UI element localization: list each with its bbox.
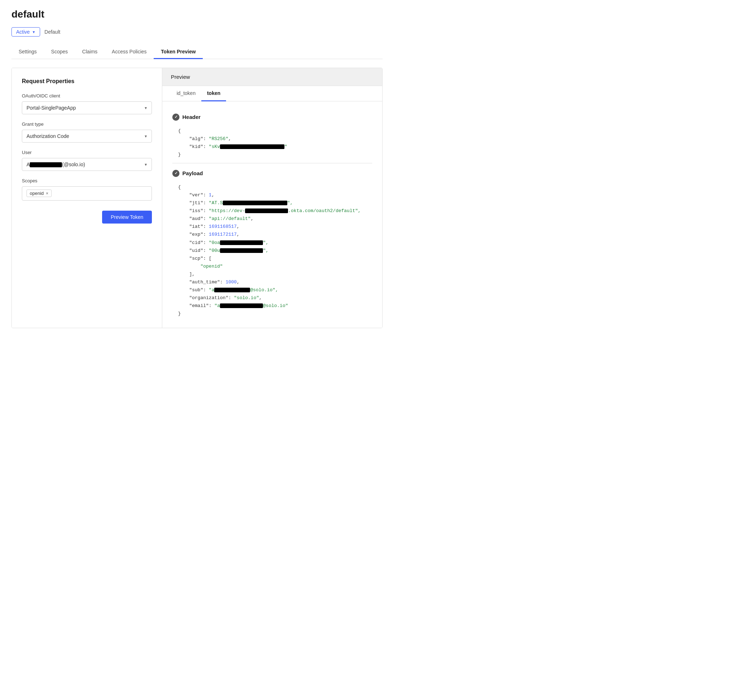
client-select-wrapper: Portal-SinglePageApp [22,102,152,114]
json-brace-open: { [178,127,372,135]
scopes-field-group: Scopes openid × [22,178,152,201]
payload-section: ✓ Payload { "ver": 1, "jti": "AT.S ", [172,165,372,321]
header-section-title: ✓ Header [172,109,372,124]
header-json: { "alg": "RS256", "kid": "sKv " } [172,124,372,162]
json-content: ✓ Header { "alg": "RS256", "kid": "sKv "… [162,102,382,328]
email-redacted [220,303,263,308]
preview-token-button[interactable]: Preview Token [102,211,152,223]
json-brace-close: } [178,151,372,159]
chevron-down-icon: ▼ [32,30,36,34]
tab-claims[interactable]: Claims [75,45,105,59]
json-uid-line: "uid": "00u ", [178,247,372,255]
payload-json: { "ver": 1, "jti": "AT.S ", "iss": "http… [172,181,372,321]
user-value: A(@solo.io) [27,162,85,167]
json-aud-line: "aud": "api://default", [178,215,372,223]
scopes-input[interactable]: openid × [22,186,152,201]
json-scp-line: "scp": [ [178,255,372,262]
json-sub-line: "sub": "a @solo.io", [178,286,372,294]
token-tabs: id_token token [162,86,382,102]
client-label: OAuth/OIDC client [22,93,152,98]
tab-id-token[interactable]: id_token [171,86,202,102]
json-cid-line: "cid": "0oa ", [178,239,372,247]
scope-tag-label: openid [30,191,44,196]
json-payload-brace-close: } [178,310,372,318]
json-iat-line: "iat": 1691168517, [178,223,372,231]
json-exp-line: "exp": 1691172117, [178,231,372,239]
scope-remove-icon[interactable]: × [46,191,48,196]
jti-redacted [223,201,287,205]
section-divider [172,163,372,163]
json-scp-close: ], [178,270,372,278]
client-value: Portal-SinglePageApp [27,105,76,111]
user-label: User [22,150,152,155]
kid-redacted [220,144,284,149]
payload-section-title: ✓ Payload [172,165,372,181]
scopes-label: Scopes [22,178,152,183]
json-ver-line: "ver": 1, [178,191,372,199]
payload-check-icon: ✓ [172,170,180,177]
grant-type-field-group: Grant type Authorization Code [22,122,152,142]
json-iss-line: "iss": "https://dev- .okta.com/oauth2/de… [178,207,372,215]
active-label: Active [16,29,30,35]
iss-redacted [245,208,288,213]
json-email-line: "email": "a @solo.io" [178,302,372,310]
status-bar: Active ▼ Default [11,27,383,36]
tab-access-policies[interactable]: Access Policies [105,45,154,59]
tab-scopes[interactable]: Scopes [44,45,75,59]
page-title: default [11,9,383,20]
cid-redacted [220,241,263,245]
grant-type-select[interactable]: Authorization Code [22,130,152,142]
header-section: ✓ Header { "alg": "RS256", "kid": "sKv "… [172,109,372,162]
client-select[interactable]: Portal-SinglePageApp [22,102,152,114]
tab-settings[interactable]: Settings [11,45,44,59]
main-content: Request Properties OAuth/OIDC client Por… [11,68,383,328]
right-panel: Preview id_token token ✓ Header [162,68,382,328]
json-organization-line: "organization": "solo.io", [178,294,372,302]
json-auth-time-line: "auth_time": 1000, [178,278,372,286]
uid-redacted [220,248,263,253]
user-field-group: User A(@solo.io) [22,150,152,171]
left-panel: Request Properties OAuth/OIDC client Por… [12,68,162,328]
json-payload-brace-open: { [178,183,372,191]
json-jti-line: "jti": "AT.S ", [178,199,372,207]
header-check-icon: ✓ [172,114,180,121]
json-kid-line: "kid": "sKv " [178,143,372,151]
grant-type-value: Authorization Code [27,133,69,139]
main-tabs: Settings Scopes Claims Access Policies T… [11,45,383,59]
request-properties-title: Request Properties [22,78,152,84]
preview-header: Preview [162,68,382,86]
json-alg-line: "alg": "RS256", [178,135,372,143]
tab-token-preview[interactable]: Token Preview [154,45,203,59]
default-label: Default [44,29,60,35]
grant-type-label: Grant type [22,122,152,127]
sub-redacted [214,288,250,292]
grant-type-select-wrapper: Authorization Code [22,130,152,142]
active-status-button[interactable]: Active ▼ [11,27,40,36]
user-select[interactable]: A(@solo.io) [22,158,152,171]
json-scp-value-line: "openid" [178,262,372,270]
tab-token[interactable]: token [202,86,226,102]
client-field-group: OAuth/OIDC client Portal-SinglePageApp [22,93,152,114]
scope-tag-openid: openid × [27,189,52,197]
user-select-wrapper: A(@solo.io) [22,158,152,171]
